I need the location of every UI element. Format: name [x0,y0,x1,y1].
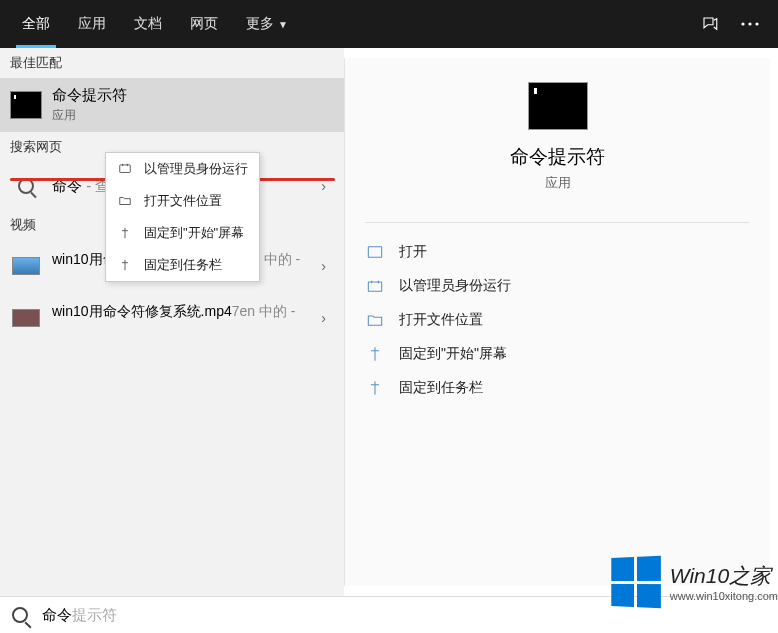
cmd-icon [10,89,42,121]
svg-point-0 [741,22,744,25]
context-menu: 以管理员身份运行 打开文件位置 固定到"开始"屏幕 固定到任务栏 [105,152,260,282]
action-run-as-admin[interactable]: 以管理员身份运行 [351,269,764,303]
preview-app-icon [528,82,588,130]
search-icon [10,170,42,202]
folder-icon [365,312,385,328]
ctx-open-file-location[interactable]: 打开文件位置 [106,185,259,217]
action-label: 以管理员身份运行 [399,277,511,295]
video-icon [10,250,42,282]
action-label: 固定到任务栏 [399,379,483,397]
search-icon [12,607,28,623]
ctx-label: 打开文件位置 [144,192,222,210]
ctx-pin-to-start[interactable]: 固定到"开始"屏幕 [106,217,259,249]
open-icon [365,244,385,260]
chevron-down-icon: ▼ [278,19,288,30]
tab-documents[interactable]: 文档 [120,0,176,48]
preview-subtitle: 应用 [345,174,770,192]
watermark-url: www.win10xitong.com [670,590,778,602]
folder-icon [116,193,134,209]
results-pane: 最佳匹配 命令提示符 应用 搜索网页 命令 - 查看网 › 视频 [0,48,344,596]
result-subtitle: 应用 [52,107,334,124]
watermark: Win10之家 www.win10xitong.com [610,557,778,607]
action-pin-to-taskbar[interactable]: 固定到任务栏 [351,371,764,405]
result-cmd-prompt[interactable]: 命令提示符 应用 [0,78,344,132]
action-open-file-location[interactable]: 打开文件位置 [351,303,764,337]
ctx-pin-to-taskbar[interactable]: 固定到任务栏 [106,249,259,281]
svg-rect-5 [368,282,381,291]
more-options-icon[interactable] [730,0,770,48]
preview-pane: 命令提示符 应用 打开 以管理员身份运行 打开文件位置 [344,58,770,586]
divider [365,222,750,223]
ctx-run-as-admin[interactable]: 以管理员身份运行 [106,153,259,185]
chevron-right-icon: › [313,258,334,274]
video-2-text: win10用命令符修复系统.mp47en 中的 - [52,302,313,322]
windows-logo-icon [611,556,661,608]
tab-more-label: 更多 [246,15,274,33]
ctx-label: 固定到任务栏 [144,256,222,274]
action-label: 固定到"开始"屏幕 [399,345,507,363]
svg-rect-3 [120,165,131,173]
tab-all[interactable]: 全部 [8,0,64,48]
preview-title: 命令提示符 [345,144,770,170]
tab-more[interactable]: 更多 ▼ [232,0,302,48]
svg-point-1 [748,22,751,25]
svg-point-2 [755,22,758,25]
shield-icon [365,278,385,294]
feedback-icon[interactable] [690,0,730,48]
action-open[interactable]: 打开 [351,235,764,269]
ctx-label: 以管理员身份运行 [144,160,248,178]
action-pin-to-start[interactable]: 固定到"开始"屏幕 [351,337,764,371]
chevron-right-icon: › [313,310,334,326]
watermark-title: Win10之家 [670,562,778,590]
action-label: 打开 [399,243,427,261]
tab-apps[interactable]: 应用 [64,0,120,48]
ctx-label: 固定到"开始"屏幕 [144,224,244,242]
search-input[interactable]: 命令提示符 [42,606,117,625]
tab-web[interactable]: 网页 [176,0,232,48]
pin-icon [116,257,134,273]
svg-rect-4 [368,247,381,258]
video-icon [10,302,42,334]
pin-icon [365,346,385,362]
action-label: 打开文件位置 [399,311,483,329]
header-bar: 全部 应用 文档 网页 更多 ▼ [0,0,778,48]
result-title: 命令提示符 [52,86,334,105]
section-best-match: 最佳匹配 [0,48,344,78]
pin-icon [365,380,385,396]
pin-icon [116,225,134,241]
shield-icon [116,161,134,177]
result-video-2[interactable]: win10用命令符修复系统.mp47en 中的 - › [0,292,344,344]
